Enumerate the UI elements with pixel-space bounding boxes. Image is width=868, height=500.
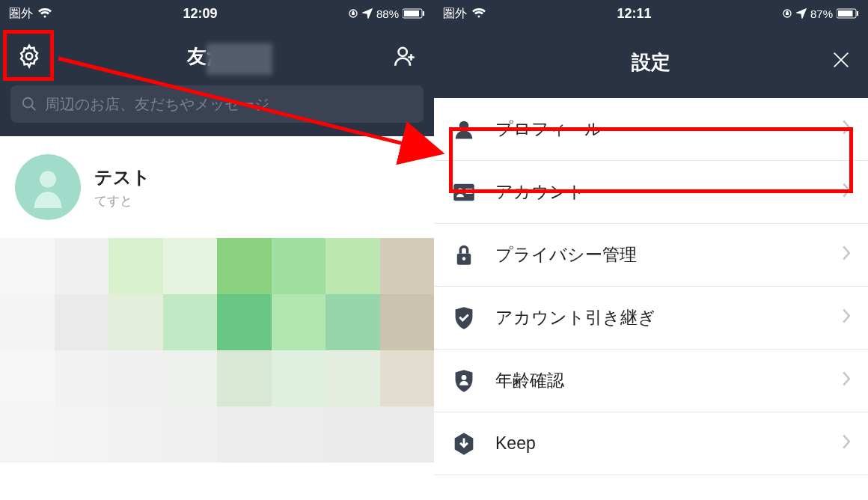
- settings-item-4[interactable]: 年齢確認: [434, 350, 868, 412]
- lock-icon: [450, 242, 477, 269]
- redacted-mask: [207, 43, 272, 75]
- shield-person-icon: [450, 368, 477, 394]
- id-card-icon: [450, 179, 477, 206]
- chevron-right-icon: [841, 243, 852, 266]
- svg-rect-15: [466, 189, 473, 190]
- pixelated-content: [0, 238, 434, 463]
- pixelated-cell: [272, 238, 326, 294]
- search-placeholder: 周辺のお店、友だちやメッセージ: [45, 94, 269, 115]
- pixelated-cell: [163, 294, 218, 350]
- right-phone: 圏外 12:11 87% 設定 プロフィールアカウントプライバシー管理アカウント…: [434, 0, 868, 500]
- pixelated-cell: [0, 294, 55, 350]
- pixelated-cell: [326, 350, 380, 406]
- pixelated-cell: [0, 350, 55, 406]
- nav-bar: 設定: [434, 27, 868, 98]
- pixelated-cell: [272, 406, 326, 463]
- avatar: [15, 154, 81, 220]
- pixelated-cell: [272, 350, 326, 406]
- arrow-down-hex-icon: [450, 430, 477, 457]
- person-silhouette-icon: [31, 167, 64, 208]
- nav-title: 設定: [632, 49, 670, 76]
- settings-item-2[interactable]: プライバシー管理: [434, 224, 868, 287]
- pixelated-cell: [272, 294, 326, 350]
- gear-icon: [16, 43, 42, 69]
- location-icon: [796, 8, 807, 19]
- pixelated-cell: [326, 238, 380, 294]
- search-wrap: 周辺のお店、友だちやメッセージ: [0, 85, 434, 136]
- search-input[interactable]: 周辺のお店、友だちやメッセージ: [10, 85, 424, 123]
- settings-item-label: 年齢確認: [495, 369, 823, 392]
- shield-check-icon: [450, 305, 477, 332]
- settings-gear-button[interactable]: [16, 43, 42, 69]
- settings-item-label: アカウント引き継ぎ: [495, 306, 823, 329]
- chevron-right-icon: [841, 306, 852, 329]
- pixelated-cell: [109, 350, 163, 406]
- own-profile-row[interactable]: テスト てすと: [0, 136, 434, 238]
- chevron-right-icon: [841, 118, 852, 141]
- pixelated-cell: [163, 350, 218, 406]
- svg-point-7: [40, 171, 56, 187]
- svg-rect-16: [466, 192, 473, 194]
- pixelated-cell: [109, 406, 163, 463]
- pixelated-cell: [326, 406, 380, 463]
- pixelated-cell: [163, 406, 218, 463]
- pixelated-cell: [217, 238, 272, 294]
- pixelated-cell: [55, 238, 109, 294]
- settings-item-label: アカウント: [495, 180, 823, 204]
- pixelated-cell: [380, 238, 435, 294]
- close-icon: [831, 49, 852, 70]
- settings-item-0[interactable]: プロフィール: [434, 98, 868, 161]
- chevron-right-icon: [841, 180, 852, 204]
- svg-point-18: [462, 257, 466, 260]
- pixelated-cell: [326, 294, 380, 350]
- settings-item-5[interactable]: Keep: [434, 412, 868, 475]
- status-time: 12:09: [52, 6, 348, 22]
- add-friend-button[interactable]: [392, 43, 418, 69]
- svg-point-4: [26, 53, 33, 60]
- search-icon: [21, 96, 37, 112]
- svg-point-6: [23, 98, 33, 108]
- chevron-right-icon: [841, 432, 852, 455]
- pixelated-cell: [217, 350, 272, 406]
- status-bar: 圏外 12:11 87%: [434, 0, 868, 27]
- svg-point-12: [459, 121, 469, 130]
- profile-name: テスト: [94, 165, 150, 189]
- pixelated-cell: [380, 294, 435, 350]
- status-bar: 圏外 12:09 88%: [0, 0, 434, 27]
- wifi-icon: [471, 8, 486, 19]
- pixelated-cell: [0, 238, 55, 294]
- chevron-right-icon: [841, 369, 852, 392]
- pixelated-cell: [0, 406, 55, 463]
- svg-rect-10: [838, 10, 853, 16]
- pixelated-cell: [55, 406, 109, 463]
- status-time: 12:11: [486, 6, 782, 22]
- settings-item-label: プロフィール: [495, 118, 823, 141]
- svg-point-14: [458, 188, 462, 192]
- svg-rect-11: [857, 11, 858, 16]
- pixelated-cell: [109, 238, 163, 294]
- pixelated-cell: [55, 350, 109, 406]
- settings-item-1[interactable]: アカウント: [434, 161, 868, 224]
- close-button[interactable]: [831, 49, 852, 76]
- lock-rotation-icon: [782, 8, 792, 19]
- lock-rotation-icon: [348, 8, 358, 19]
- pixelated-cell: [217, 406, 272, 463]
- pixelated-cell: [55, 294, 109, 350]
- svg-rect-2: [404, 10, 419, 16]
- svg-rect-3: [423, 11, 424, 16]
- carrier-label: 圏外: [443, 6, 467, 22]
- person-plus-icon: [392, 43, 418, 69]
- settings-item-label: プライバシー管理: [495, 243, 823, 266]
- battery-icon: [403, 8, 425, 19]
- profile-subtitle: てすと: [94, 192, 150, 210]
- svg-point-5: [399, 48, 407, 56]
- location-icon: [362, 8, 373, 19]
- settings-item-3[interactable]: アカウント引き継ぎ: [434, 287, 868, 350]
- pixelated-cell: [380, 350, 435, 406]
- pixelated-cell: [163, 238, 218, 294]
- pixelated-cell: [217, 294, 272, 350]
- settings-item-label: Keep: [495, 433, 823, 454]
- svg-point-19: [462, 375, 467, 380]
- battery-icon: [837, 8, 859, 19]
- battery-pct: 87%: [810, 7, 833, 20]
